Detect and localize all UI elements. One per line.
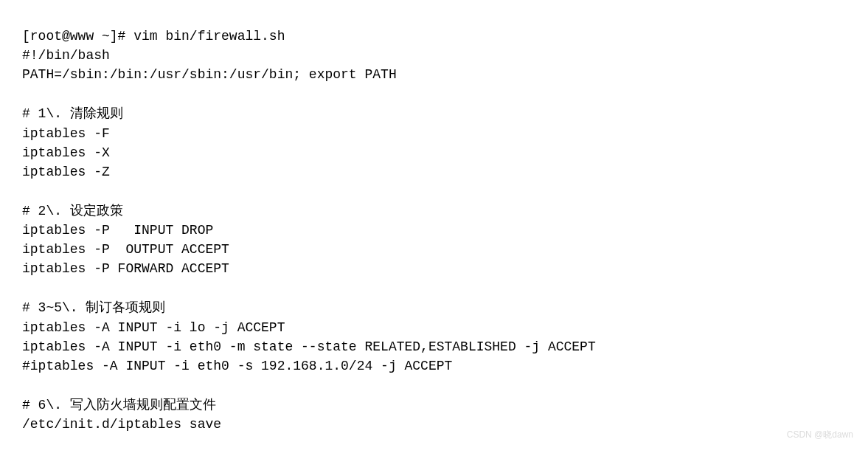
code-line: iptables -P INPUT DROP xyxy=(22,223,213,238)
code-line: iptables -Z xyxy=(22,165,110,179)
code-line: PATH=/sbin:/bin:/usr/sbin:/usr/bin; expo… xyxy=(22,67,397,82)
comment-line: # 3~5\. 制订各项规则 xyxy=(22,300,165,315)
watermark: CSDN @晓dawn xyxy=(787,429,853,441)
code-line: iptables -P FORWARD ACCEPT xyxy=(22,261,229,276)
prompt-line: [root@www ~]# vim bin/firewall.sh xyxy=(22,29,285,44)
terminal-output: [root@www ~]# vim bin/firewall.sh #!/bin… xyxy=(0,0,868,456)
code-line: /etc/init.d/iptables save xyxy=(22,417,221,432)
code-line: iptables -X xyxy=(22,145,110,160)
code-line: #iptables -A INPUT -i eth0 -s 192.168.1.… xyxy=(22,359,452,373)
code-line: iptables -F xyxy=(22,126,110,141)
code-line: iptables -A INPUT -i lo -j ACCEPT xyxy=(22,320,285,335)
code-line: #!/bin/bash xyxy=(22,48,110,63)
comment-line: # 6\. 写入防火墙规则配置文件 xyxy=(22,398,216,412)
code-line: iptables -P OUTPUT ACCEPT xyxy=(22,242,229,257)
comment-line: # 2\. 设定政策 xyxy=(22,204,123,218)
code-line: iptables -A INPUT -i eth0 -m state --sta… xyxy=(22,339,596,354)
comment-line: # 1\. 清除规则 xyxy=(22,106,123,121)
